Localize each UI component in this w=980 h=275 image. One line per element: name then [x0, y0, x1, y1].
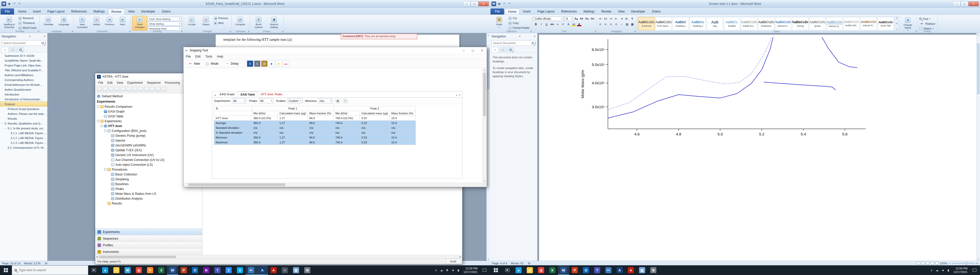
tracking-dropdown[interactable]: Show Markup ▾: [148, 22, 181, 26]
taskbar-app-button[interactable]: F: [145, 266, 156, 275]
tray-icon[interactable]: ∧: [929, 266, 934, 275]
taskbar-app-button[interactable]: A: [268, 266, 279, 275]
nav-heading-item[interactable]: ▸ Introduction of Demonstratio...: [0, 97, 47, 101]
close-button[interactable]: ✕: [478, 1, 489, 6]
nav-heading-item[interactable]: ▸ Author Questionnaire: [0, 87, 47, 92]
ribbon-tab[interactable]: Page Layout: [44, 8, 68, 14]
tray-icon[interactable]: ∧: [433, 266, 439, 275]
gallery-down-icon[interactable]: ▼: [896, 23, 897, 24]
dialog-launcher-icon[interactable]: ◢: [594, 30, 596, 32]
proofing-status-icon[interactable]: ▤: [527, 261, 531, 266]
tray-icon[interactable]: ◄: [450, 266, 455, 275]
nav-heading-item[interactable]: ▸ Project Page Link: https://ww...: [0, 63, 47, 68]
font-format-button[interactable]: B: [533, 22, 538, 27]
taskbar-app-button[interactable]: ▱: [111, 266, 122, 275]
dialog-launcher-icon[interactable]: ◢: [248, 30, 249, 32]
scroll-down-icon[interactable]: ▼: [483, 179, 487, 183]
ribbon-button[interactable]: Delete: [90, 16, 103, 30]
minimize-button[interactable]: —: [463, 1, 471, 6]
taskbar-search-input[interactable]: [19, 269, 86, 272]
style-chip[interactable]: AABBCCDC Subtle Ref...: [843, 17, 860, 30]
toolbar-icon[interactable]: [138, 87, 143, 92]
font-tool-button[interactable]: A▴: [574, 16, 579, 21]
ribbon-button[interactable]: Spelling & Grammar: [2, 16, 17, 30]
headings-tab[interactable]: ≡: [2, 47, 9, 52]
toolbar-icon[interactable]: [97, 87, 102, 92]
expand-arrow-icon[interactable]: ▸: [2, 103, 5, 105]
style-chip[interactable]: AaBbCc Heading 2: [690, 17, 706, 30]
taskbar-app-button[interactable]: ▱: [524, 266, 535, 275]
style-chip[interactable]: AaBbCcDc ¶ No Spaci...: [655, 17, 672, 30]
page-indicator[interactable]: Page: 4 of 4: [492, 262, 507, 265]
style-chip[interactable]: AaBbCcDc Subtle Em...: [741, 17, 757, 30]
snipping-titlebar[interactable]: ✂ Snipping Tool — ▢ ✕: [183, 47, 487, 54]
nav-heading-item[interactable]: ▸ Corresponding Authors:: [0, 77, 47, 82]
taskbar-app-button[interactable]: ◎: [535, 266, 547, 275]
menu-item[interactable]: File: [183, 55, 193, 58]
paragraph-button[interactable]: ≡: [598, 22, 603, 27]
style-chip[interactable]: AaBbCcDc ¶ Normal: [638, 17, 655, 30]
headings-tab[interactable]: ≡: [492, 47, 499, 52]
toolbar-icon[interactable]: [144, 87, 149, 92]
toolbar-icon[interactable]: [121, 87, 125, 92]
tray-icon[interactable]: ▮: [945, 266, 951, 275]
ribbon-button[interactable]: Compare: [233, 16, 248, 30]
style-chip[interactable]: AaBbCcDc Emphasis: [758, 17, 774, 30]
pane-close-icon[interactable]: ✕: [44, 35, 46, 38]
taskbar-clock[interactable]: 12:59 PM 12/17/2021: [461, 267, 480, 274]
tree-item[interactable]: Results: [95, 201, 202, 206]
taskbar-app-button[interactable]: ✂: [245, 266, 257, 275]
nav-heading-item[interactable]: ▸ Title: Efficient and Scalable P...: [0, 68, 47, 73]
section-button[interactable]: Profiles: [95, 242, 202, 248]
tree-expander-icon[interactable]: [104, 130, 107, 132]
ribbon-button[interactable]: Next: [213, 21, 229, 25]
fullscreen-view-icon[interactable]: [921, 262, 924, 265]
word-titlebar[interactable]: W ▣ ↶ ↷ 63190_Pace_ScriptDraft_120121.1.…: [0, 0, 490, 8]
style-chip[interactable]: AaB Title: [707, 17, 723, 30]
panel-splitter[interactable]: ·······: [95, 226, 202, 228]
ribbon-button[interactable]: Previous: [103, 16, 116, 30]
zoom-level[interactable]: 220%: [940, 262, 947, 265]
document-scrollbar[interactable]: ▲ ▼: [487, 33, 490, 261]
tree-item[interactable]: Molar Mass & Radius from LS: [95, 191, 202, 196]
taskbar-app-button[interactable]: N: [200, 266, 212, 275]
ribbon-tab[interactable]: Review: [108, 9, 124, 14]
section-button[interactable]: Instruments: [95, 248, 202, 255]
menu-item[interactable]: Processing: [163, 81, 182, 85]
taskbar-app-button[interactable]: P: [569, 266, 580, 275]
ribbon-button[interactable]: Reject: [200, 16, 212, 30]
scrollbar-thumb[interactable]: [977, 43, 980, 94]
paragraph-button[interactable]: ⇤: [614, 16, 619, 21]
paragraph-button[interactable]: ≡: [603, 22, 608, 27]
taskbar-app-button[interactable]: W: [167, 266, 178, 275]
nav-heading-item[interactable]: ▸ Authors: Please use the step ...: [0, 111, 47, 116]
search-icon[interactable]: [531, 42, 534, 44]
copy-button[interactable]: ◫Copy: [508, 21, 531, 25]
ribbon-tab[interactable]: Page Layout: [534, 8, 558, 14]
nav-heading-item[interactable]: ▸ ScriptWriter Name: Swati Ma...: [0, 58, 47, 63]
ribbon-tab[interactable]: View: [615, 8, 628, 14]
ribbon-tab[interactable]: Home: [505, 9, 520, 14]
taskbar-app-button[interactable]: A: [614, 266, 625, 275]
scroll-down-icon[interactable]: ▼: [977, 257, 980, 261]
search-icon[interactable]: [41, 42, 44, 44]
paragraph-button[interactable]: ⁝≡: [608, 16, 613, 21]
toolbar-icon[interactable]: [150, 87, 155, 92]
snipping-tool-icon[interactable]: C: [254, 61, 260, 67]
dialog-launcher-icon[interactable]: ◢: [229, 30, 231, 32]
ribbon-tab[interactable]: Zotero: [159, 8, 174, 14]
ribbon-tab[interactable]: View: [125, 8, 138, 14]
find-button[interactable]: Find▾: [918, 16, 936, 21]
font-format-button[interactable]: U: [544, 22, 549, 27]
snipping-tool-icon[interactable]: ●: [269, 61, 275, 67]
paragraph-button[interactable]: ▨: [625, 22, 629, 27]
nav-heading-item[interactable]: ▸ Authors and Affiliations:: [0, 73, 47, 77]
taskbar-app-button[interactable]: X: [156, 266, 167, 275]
nav-heading-item[interactable]: ▸ 5. Results: Qualitative and Q...: [0, 121, 47, 126]
expand-arrow-icon[interactable]: ▸: [5, 127, 8, 130]
document-search-box[interactable]: ▾: [2, 40, 46, 46]
taskbar-app-button[interactable]: ◎: [133, 266, 145, 275]
ribbon-tab[interactable]: File: [490, 8, 504, 14]
zoom-in-button[interactable]: +: [977, 262, 978, 265]
replace-button[interactable]: abReplace: [918, 21, 936, 26]
